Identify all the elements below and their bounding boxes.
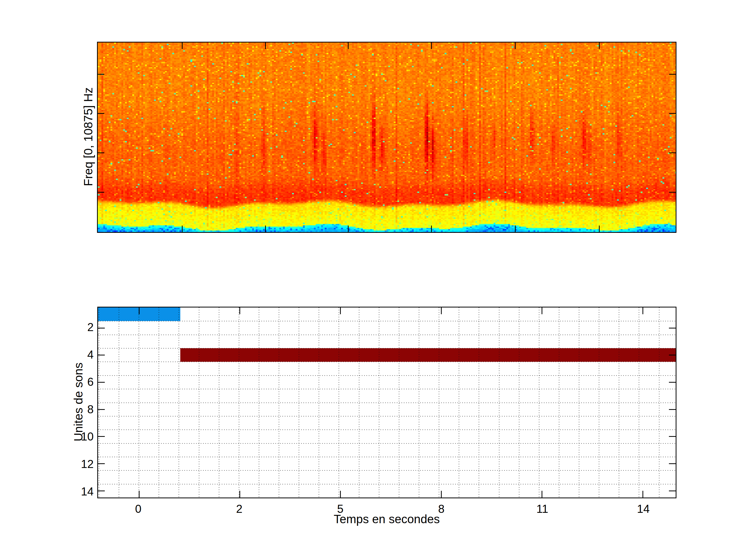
x-tick-label: 0 — [135, 502, 141, 515]
x-tick-label: 11 — [536, 502, 548, 515]
x-tick-label: 2 — [236, 502, 242, 515]
x-tick-label: 14 — [637, 502, 650, 515]
x-tick-label: 8 — [438, 502, 444, 515]
y-tick-label: 12 — [81, 458, 94, 471]
y-tick-label: 6 — [87, 375, 94, 389]
gantt-axes — [97, 307, 676, 498]
y-tick-label: 8 — [87, 403, 94, 416]
x-tick-label: 5 — [337, 502, 343, 515]
spectrogram-axes — [97, 42, 676, 233]
y-tick-label: 2 — [87, 321, 94, 334]
y-tick-label: 4 — [87, 348, 94, 361]
spectrogram-image — [98, 43, 676, 232]
gantt-ylabel: Unites de sons — [72, 246, 85, 557]
y-tick-label: 14 — [81, 485, 94, 498]
gantt-plot — [98, 308, 676, 498]
y-tick-label: 10 — [81, 430, 94, 443]
gantt-xlabel: Temps en secondes — [334, 512, 440, 526]
figure-canvas: { "figure": { "width": 2880, "height": 2… — [0, 0, 747, 560]
